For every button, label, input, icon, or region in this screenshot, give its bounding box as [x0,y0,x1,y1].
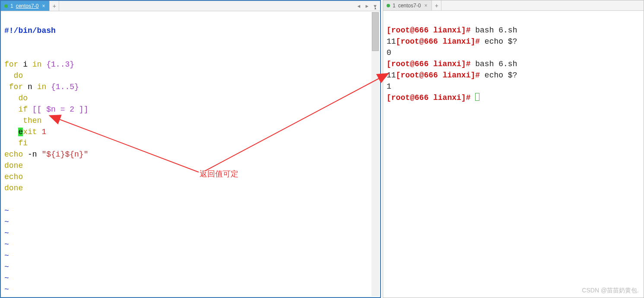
code-cond: [[ $n = 2 ]] [28,105,88,114]
vim-tilde: ~ [4,251,9,260]
code-exitnum: 1 [37,128,47,136]
status-dot-icon [4,4,8,8]
code-do: do [4,94,28,103]
code-flag: -n [23,150,41,159]
code-pad [4,128,18,136]
tab-title: centos7-0 [398,3,421,9]
output: 1 [387,82,391,91]
terminal-content[interactable]: [root@666 lianxi]# bash 6.sh 11[root@666… [383,11,644,298]
vim-tilde: ~ [4,206,9,215]
code-var: n [23,83,37,91]
cmd: bash 6.sh [470,60,517,68]
code-in: in [37,83,47,91]
vim-tilde: ~ [4,229,9,237]
output: 0 [387,48,391,57]
code-range: {1..5} [46,83,79,91]
vim-tilde: ~ [4,274,9,282]
code-exit: xit [23,128,37,136]
prompt: [root@666 lianxi]# [387,26,470,35]
vim-tilde: ~ [4,240,9,249]
tab-prev-icon[interactable]: ◄ [355,3,362,9]
cursor-highlight: e [18,128,23,136]
tab-right[interactable]: 1 centos7-0 × [383,0,432,10]
tab-title: centos7-0 [16,3,39,9]
vim-tilde: ~ [4,218,9,226]
tab-index: 1 [393,3,396,9]
code-for: for [4,83,23,91]
vim-tilde: ~ [4,263,9,271]
prompt: [root@666 lianxi]# [396,37,480,46]
code-range: {1..3} [41,60,74,69]
scrollbar-thumb[interactable] [372,12,379,51]
close-icon[interactable]: × [423,3,428,9]
output: 11 [387,37,396,46]
editor-pane: 1 centos7-0 × + ◄ ► ▼ #!/bin/bash for i … [0,0,381,298]
prompt: [root@666 lianxi]# [396,71,480,80]
tab-bar-left: 1 centos7-0 × + ◄ ► ▼ [1,1,380,11]
vim-tilde: ~ [4,285,9,294]
code-in: in [32,60,42,69]
tab-bar-right: 1 centos7-0 × + [383,0,644,11]
code-fi: fi [4,139,28,147]
cmd: echo $? [480,71,517,80]
vim-tilde: ~ [4,296,9,297]
status-dot-icon [387,4,390,7]
code-echo: echo [4,150,23,159]
code-done: done [4,184,23,192]
add-tab-button[interactable]: + [432,0,441,10]
code-do: do [4,71,23,80]
code-echo: echo [4,173,23,181]
output: 11 [387,71,396,80]
code-if: if [4,105,28,114]
prompt: [root@666 lianxi]# [387,93,470,102]
tab-next-icon[interactable]: ► [364,3,370,9]
scroll-up-icon[interactable]: ▴ [371,4,379,12]
code-var: i [18,60,32,69]
tab-left-active[interactable]: 1 centos7-0 × [1,1,50,11]
terminal-pane: 1 centos7-0 × + [root@666 lianxi]# bash … [383,0,644,298]
cmd: echo $? [480,37,517,46]
terminal-cursor [475,93,479,101]
code-shebang: #!/bin/bash [4,26,56,35]
close-icon[interactable]: × [41,3,46,9]
tab-index: 1 [10,3,13,9]
code-done: done [4,161,23,170]
code-for: for [4,60,18,69]
add-tab-button[interactable]: + [50,1,59,11]
code-str: "${i}${n}" [41,150,88,159]
prompt: [root@666 lianxi]# [387,60,470,68]
editor-content[interactable]: #!/bin/bash for i in {1..3} do for n in … [1,11,380,297]
code-then: then [4,116,41,125]
cmd: bash 6.sh [470,26,517,35]
scrollbar-vertical[interactable]: ▴ [371,12,379,296]
